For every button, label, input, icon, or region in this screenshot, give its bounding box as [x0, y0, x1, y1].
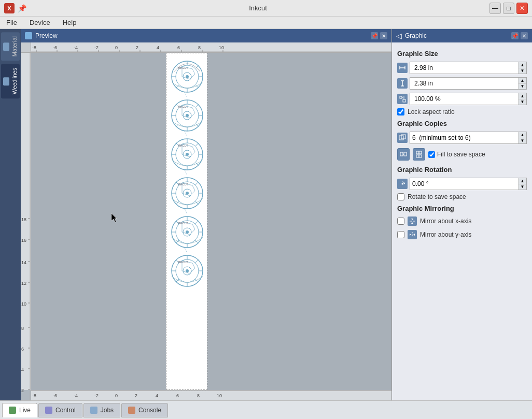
mirror-x-axis-row: Mirror about x-axis	[397, 216, 527, 226]
rotate-to-save-space-checkbox[interactable]	[397, 193, 404, 200]
panel-pin-button[interactable]: 📌	[371, 32, 378, 39]
graphic-mirroring-title: Graphic Mirroring	[397, 205, 527, 212]
svg-text:14: 14	[21, 260, 26, 265]
close-button[interactable]: ✕	[516, 3, 528, 14]
svg-rect-149	[400, 152, 403, 156]
copies-spinbox[interactable]: ▲ ▼	[410, 132, 527, 144]
maximize-button[interactable]: □	[503, 3, 514, 14]
svg-line-64	[195, 104, 199, 107]
height-field[interactable]	[412, 80, 516, 87]
copies-icon	[397, 133, 408, 143]
rotation-down-button[interactable]: ▼	[519, 184, 526, 190]
svg-rect-152	[416, 151, 419, 154]
width-down-button[interactable]: ▼	[519, 68, 526, 74]
mirror-x-icon	[408, 216, 417, 226]
pin-icon[interactable]: 📌	[18, 4, 26, 12]
preview-icon	[25, 32, 32, 39]
live-icon	[9, 407, 16, 414]
control-icon	[45, 407, 52, 414]
rotate-to-save-space-row: Rotate to save space	[397, 193, 527, 200]
svg-rect-155	[419, 155, 422, 157]
svg-text:8: 8	[198, 45, 201, 50]
main-area: Material Weedlines Preview 📌 ✕	[0, 29, 532, 400]
svg-line-103	[195, 221, 199, 224]
height-input[interactable]: ▲ ▼	[410, 77, 527, 90]
svg-line-121	[185, 131, 187, 136]
fill-icon-btn-1[interactable]	[397, 148, 410, 161]
svg-marker-125	[111, 213, 117, 222]
svg-rect-144	[403, 99, 405, 102]
scale-field[interactable]	[412, 95, 516, 103]
scale-up-button[interactable]: ▲	[519, 93, 526, 99]
svg-text:10: 10	[217, 393, 222, 398]
rotation-icon	[397, 179, 408, 189]
lock-aspect-ratio-label: Lock aspect ratio	[408, 108, 455, 115]
menu-help[interactable]: Help	[61, 18, 79, 27]
rotation-up-button[interactable]: ▲	[519, 178, 526, 184]
scale-row: ▲ ▼	[397, 93, 527, 105]
height-row: ▲ ▼	[397, 77, 527, 90]
copies-up-button[interactable]: ▲	[519, 132, 526, 138]
scale-spinner: ▲ ▼	[518, 93, 526, 105]
material-icon	[3, 43, 9, 51]
svg-text:-4: -4	[74, 45, 78, 50]
scale-input[interactable]: ▲ ▼	[410, 93, 527, 105]
height-down-button[interactable]: ▼	[519, 84, 526, 90]
app-icon: X	[4, 3, 15, 13]
width-field[interactable]	[412, 64, 516, 71]
fill-icon-btn-2[interactable]	[413, 148, 425, 161]
svg-text:4: 4	[21, 367, 24, 372]
mirror-y-axis-checkbox[interactable]	[397, 231, 404, 238]
fill-to-save-space-row: Fill to save space	[428, 151, 485, 158]
copies-row: ▲ ▼	[397, 132, 527, 144]
tab-console[interactable]: Console	[121, 403, 168, 417]
menu-device[interactable]: Device	[27, 18, 52, 27]
scale-down-button[interactable]: ▼	[519, 99, 526, 105]
svg-point-97	[186, 230, 189, 234]
svg-text:8: 8	[21, 326, 24, 331]
graphic-size-title: Graphic Size	[397, 50, 527, 57]
preview-panel-header: Preview 📌 ✕	[21, 29, 391, 42]
copies-down-button[interactable]: ▼	[519, 138, 526, 144]
graphic-copies-title: Graphic Copies	[397, 120, 527, 127]
tab-control[interactable]: Control	[38, 403, 82, 417]
svg-marker-158	[411, 219, 413, 220]
width-input[interactable]: ▲ ▼	[410, 62, 527, 74]
fill-row: Fill to save space	[397, 148, 527, 161]
sidebar-item-weedlines[interactable]: Weedlines	[1, 64, 20, 98]
app-title: Inkcut	[26, 4, 489, 12]
menu-file[interactable]: File	[4, 18, 19, 27]
svg-line-51	[195, 65, 199, 68]
height-up-button[interactable]: ▲	[519, 78, 526, 84]
canvas-draw-area[interactable]: INKCUT	[31, 53, 391, 390]
rotation-field[interactable]	[410, 180, 518, 187]
mirror-x-axis-checkbox[interactable]	[397, 218, 404, 225]
panel-close-button[interactable]: ✕	[380, 32, 387, 39]
fill-to-save-space-checkbox[interactable]	[428, 151, 435, 158]
tab-jobs[interactable]: Jobs	[83, 403, 120, 417]
minimize-button[interactable]: —	[489, 3, 501, 14]
right-panel-close-button[interactable]: ✕	[521, 32, 528, 39]
canvas-container[interactable]: -8 -6 -4 -2 0 2 4 6 8 10	[21, 42, 391, 400]
sidebar-item-material[interactable]: Material	[1, 32, 20, 61]
svg-text:2: 2	[135, 393, 137, 398]
copies-spinner: ▲ ▼	[518, 132, 526, 143]
right-panel-pin-button[interactable]: 📌	[511, 32, 519, 39]
svg-point-71	[186, 153, 189, 156]
jobs-icon	[90, 407, 97, 414]
title-bar: X 📌 Inkcut — □ ✕	[0, 0, 532, 17]
svg-line-90	[195, 182, 199, 185]
svg-marker-159	[411, 222, 413, 224]
right-panel-header: ◁ Graphic 📌 ✕	[392, 29, 532, 42]
tab-live[interactable]: Live	[2, 403, 37, 417]
width-row: ▲ ▼	[397, 62, 527, 74]
svg-marker-162	[413, 234, 415, 236]
svg-point-156	[402, 183, 403, 185]
width-up-button[interactable]: ▲	[519, 62, 526, 68]
svg-text:-6: -6	[53, 393, 57, 398]
rotation-input[interactable]: ▲ ▼	[410, 178, 527, 190]
lock-aspect-ratio-checkbox[interactable]	[397, 108, 404, 115]
copies-field[interactable]	[410, 134, 518, 141]
cursor-indicator	[111, 213, 119, 224]
svg-text:10: 10	[219, 45, 224, 50]
